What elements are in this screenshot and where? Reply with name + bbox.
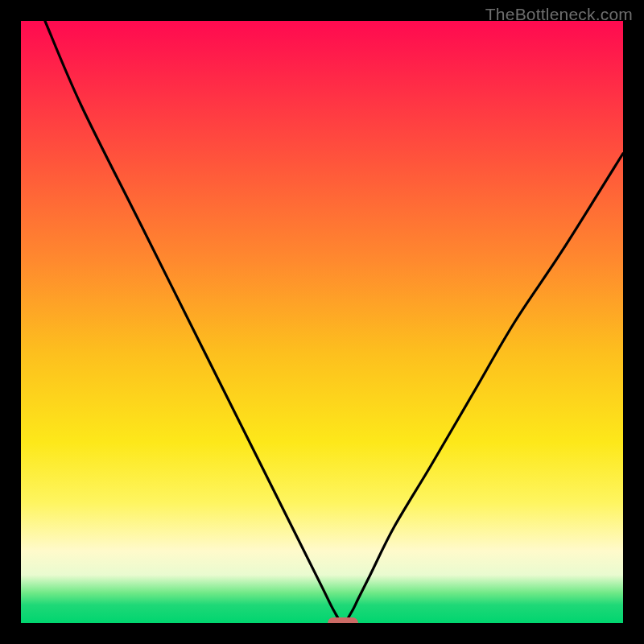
plot-area [21, 21, 623, 623]
bottleneck-curve [21, 21, 623, 623]
optimal-point-marker [328, 617, 358, 623]
chart-frame: TheBottleneck.com [0, 0, 644, 644]
watermark-text: TheBottleneck.com [485, 5, 633, 24]
